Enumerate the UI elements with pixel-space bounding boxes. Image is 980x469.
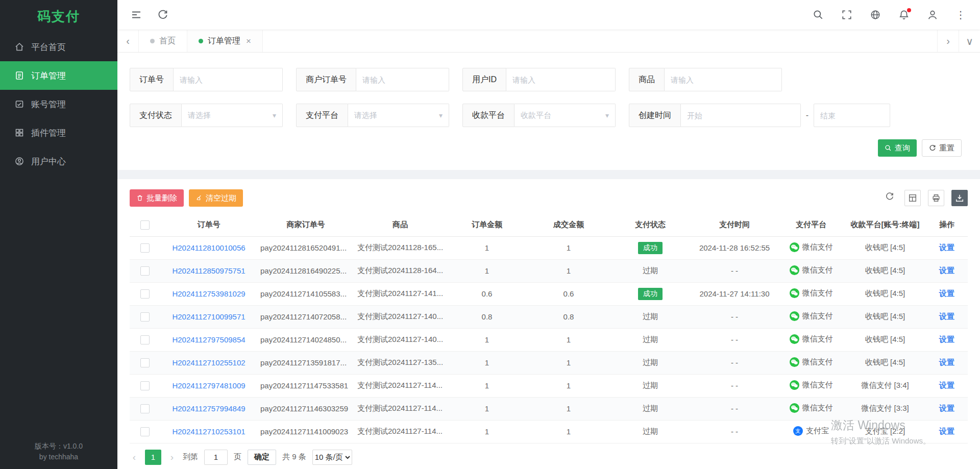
export-icon[interactable] [951, 190, 968, 206]
version-author: by techhaha [0, 452, 117, 462]
row-checkbox[interactable] [140, 243, 150, 253]
order-no-link[interactable]: H2024112710255102 [172, 358, 245, 367]
settings-link[interactable]: 设置 [939, 266, 954, 275]
receive-platform-select[interactable]: 收款平台 ▾ [514, 104, 616, 127]
settings-link[interactable]: 设置 [939, 335, 954, 343]
tab-order-management[interactable]: 订单管理 × [187, 30, 263, 52]
search-button-label: 查询 [895, 143, 910, 153]
sidebar-item-account-management[interactable]: 账号管理 [0, 90, 117, 118]
receiver-cell: 收钱吧 [4:5] [844, 236, 926, 259]
tabs-menu-button[interactable]: ∨ [959, 30, 980, 52]
platform-name: 微信支付 [802, 265, 833, 275]
table-refresh-icon[interactable] [885, 192, 897, 204]
reset-button[interactable]: 重置 [922, 139, 962, 157]
order-no-link[interactable]: H2024112753981029 [172, 289, 245, 298]
settings-link[interactable]: 设置 [939, 427, 954, 435]
row-checkbox[interactable] [140, 404, 150, 413]
next-page-button[interactable]: › [167, 452, 177, 463]
order-no-link[interactable]: H2024112710253101 [172, 427, 245, 436]
tab-close-icon[interactable]: × [246, 36, 251, 46]
settings-link[interactable]: 设置 [939, 381, 954, 389]
language-globe-icon[interactable] [870, 9, 881, 20]
filter-label-user-id: 用户ID [462, 68, 506, 91]
product-cell: 支付测试20241127-135... [354, 351, 446, 374]
sidebar-item-plugin-management[interactable]: 插件管理 [0, 118, 117, 147]
svg-text:支: 支 [795, 428, 800, 434]
row-checkbox[interactable] [140, 266, 150, 276]
status-badge: 过期 [643, 404, 658, 412]
tabs-strip: 首页 订单管理 × [139, 30, 937, 52]
confirm-page-button[interactable]: 确定 [248, 450, 276, 465]
row-checkbox[interactable] [140, 312, 150, 322]
notifications-bell-icon[interactable] [898, 9, 910, 20]
settings-link[interactable]: 设置 [939, 404, 954, 412]
order-no-link[interactable]: H2024112757994849 [172, 404, 245, 413]
prev-page-button[interactable]: ‹ [130, 452, 139, 463]
more-options-icon[interactable]: ⋮ [955, 9, 963, 20]
filter-panel: 订单号 商户订单号 用户ID 商品 [117, 53, 980, 170]
search-button[interactable]: 查询 [878, 139, 917, 157]
order-no-link[interactable]: H2024112797481009 [172, 381, 245, 390]
search-icon[interactable] [813, 9, 824, 20]
table-row: H2024112797509854 pay2024112714024850...… [130, 328, 968, 351]
settings-link[interactable]: 设置 [939, 243, 954, 252]
tabs-scroll-left-button[interactable]: ‹ [117, 30, 139, 52]
row-checkbox[interactable] [140, 427, 150, 436]
row-checkbox[interactable] [140, 358, 150, 367]
clear-expired-button[interactable]: 清空过期 [189, 189, 243, 207]
sidebar-item-user-center[interactable]: 用户中心 [0, 147, 117, 176]
table-row: H2024112797481009 pay202411271147533581 … [130, 374, 968, 397]
table-row: H2024112757994849 pay202411271146303259 … [130, 397, 968, 420]
goto-page-input[interactable] [204, 450, 228, 465]
row-checkbox[interactable] [140, 335, 150, 344]
user-account-icon[interactable] [927, 9, 938, 20]
row-checkbox[interactable] [140, 381, 150, 390]
filter-product: 商品 [629, 68, 782, 91]
sidebar-item-order-management[interactable]: 订单管理 [0, 61, 117, 90]
app-root: 码支付 平台首页 订单管理 账号管理 [0, 0, 980, 469]
date-end-input[interactable] [814, 104, 890, 127]
product-input[interactable] [665, 68, 782, 91]
settings-link[interactable]: 设置 [939, 289, 954, 298]
page-content: 订单号 商户订单号 用户ID 商品 [117, 53, 980, 469]
columns-filter-icon[interactable] [904, 190, 921, 206]
col-receive-platform: 收款平台[账号:终端] [844, 214, 926, 236]
settings-link[interactable]: 设置 [939, 358, 954, 366]
sidebar-item-label: 插件管理 [31, 127, 66, 139]
order-no-link[interactable]: H2024112710099571 [172, 312, 245, 321]
order-no-link[interactable]: H2024112797509854 [172, 335, 245, 344]
col-pay-time: 支付时间 [691, 214, 778, 236]
receiver-cell: 微信支付 [3:3] [844, 397, 926, 420]
order-no-link[interactable]: H2024112850975751 [172, 266, 245, 275]
order-no-input[interactable] [174, 68, 283, 91]
status-badge: 成功 [638, 242, 663, 254]
status-badge: 成功 [638, 288, 663, 300]
table-tools [885, 190, 968, 206]
clear-expired-label: 清空过期 [206, 193, 236, 203]
fullscreen-icon[interactable] [841, 9, 852, 20]
current-page-button[interactable]: 1 [145, 450, 161, 465]
merchant-no-input[interactable] [356, 68, 449, 91]
refresh-page-icon[interactable] [157, 9, 168, 20]
order-no-link[interactable]: H2024112810010056 [172, 243, 245, 252]
user-id-input[interactable] [506, 68, 616, 91]
date-start-input[interactable] [681, 104, 801, 127]
tab-dot-icon [150, 39, 155, 43]
filter-label-order-no: 订单号 [130, 68, 174, 91]
payment-platform-icon: 支 [790, 357, 799, 367]
receiver-cell: 收钱吧 [4:5] [844, 259, 926, 282]
per-page-select[interactable]: 10 条/页 [312, 450, 352, 465]
row-checkbox[interactable] [140, 289, 150, 299]
sidebar-item-platform-home[interactable]: 平台首页 [0, 33, 117, 61]
batch-delete-button[interactable]: 批量删除 [130, 189, 184, 207]
print-icon[interactable] [928, 190, 944, 206]
pay-platform-select[interactable]: 请选择 ▾ [348, 104, 449, 127]
tab-home[interactable]: 首页 [139, 30, 187, 52]
tabs-scroll-right-button[interactable]: › [937, 30, 959, 52]
select-placeholder: 请选择 [188, 111, 273, 120]
pay-status-select[interactable]: 请选择 ▾ [182, 104, 283, 127]
pay-time-cell: 2024-11-27 14:11:30 [691, 282, 778, 305]
select-all-checkbox[interactable] [140, 220, 150, 230]
settings-link[interactable]: 设置 [939, 312, 954, 320]
collapse-sidebar-icon[interactable] [131, 9, 142, 20]
